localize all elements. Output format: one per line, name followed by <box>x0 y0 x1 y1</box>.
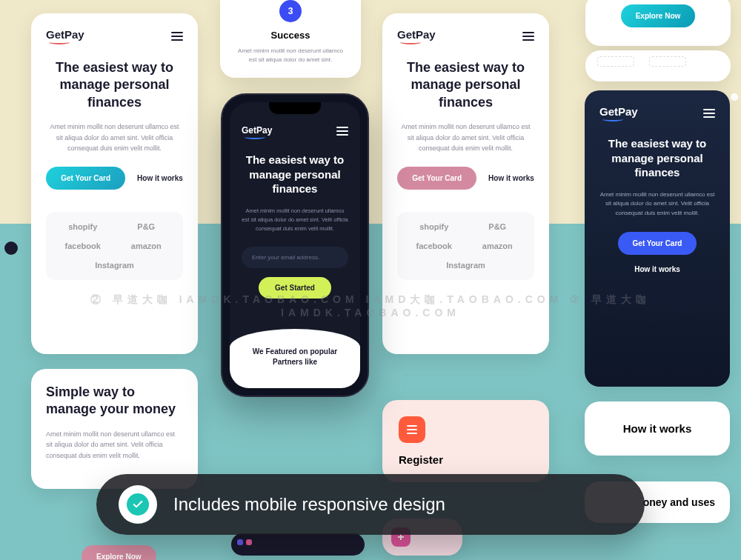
mobile-mock-dark: GetPay The easiest way to manage persona… <box>585 90 730 387</box>
hero-description: Amet minim mollit non deserunt ullamco e… <box>46 121 183 153</box>
logo: GetPay <box>397 28 436 44</box>
get-card-button[interactable]: Get Your Card <box>618 232 697 255</box>
decorative-dot <box>731 93 738 101</box>
hero-title: The easiest way to manage personal finan… <box>397 59 534 111</box>
phone-screen: GetPay The easiest way to manage persona… <box>230 102 360 388</box>
hero-title: The easiest way to manage personal finan… <box>599 136 715 180</box>
hero-description: Amet minim mollit non deserunt ullamco e… <box>599 190 715 219</box>
menu-icon[interactable] <box>522 32 534 41</box>
color-dot-icon <box>237 539 243 545</box>
logo: GetPay <box>242 123 272 139</box>
how-it-works-link[interactable]: How it works <box>488 174 534 182</box>
menu-icon[interactable] <box>171 32 183 41</box>
partner-logo: facebook <box>56 241 110 250</box>
partner-logo: amazon <box>471 241 525 250</box>
partner-logo: shopify <box>408 222 461 231</box>
partners-grid: shopify P&G facebook amazon Instagram <box>46 212 183 280</box>
how-it-works-link[interactable]: How it works <box>137 174 183 182</box>
partner-logo: facebook <box>408 241 461 250</box>
register-card: Register <box>382 400 549 482</box>
partner-logo: P&G <box>471 222 525 231</box>
partner-logo: amazon <box>120 241 173 250</box>
hero-title: The easiest way to manage personal finan… <box>46 59 183 111</box>
feature-banner: Includes mobile responsive design <box>96 474 645 535</box>
explore-now-button[interactable]: Explore Now <box>621 4 696 27</box>
email-input[interactable]: Enter your email address. <box>242 247 348 268</box>
dark-feature-card <box>231 533 365 556</box>
register-title: Register <box>399 453 533 466</box>
mobile-mock-cyan: GetPay The easiest way to manage persona… <box>31 13 198 354</box>
partner-logo: shopify <box>56 222 110 231</box>
banner-text: Includes mobile responsive design <box>173 494 445 515</box>
check-icon <box>127 493 149 516</box>
partner-logo: Instagram <box>56 261 173 270</box>
phone-wave-section: We Featured on popular Partners like <box>230 329 360 388</box>
success-description: Amet minim mollit non deserunt ullamco e… <box>233 47 348 64</box>
how-it-works-card: How it works <box>585 401 730 456</box>
explore-now-button[interactable]: Explore Now <box>82 545 156 560</box>
success-title: Success <box>233 30 348 41</box>
decorative-dot <box>4 241 18 255</box>
hero-description: Amet minim mollit non deserunt ullamco e… <box>242 207 348 233</box>
color-dot-icon <box>246 539 252 545</box>
partner-logo: P&G <box>120 222 173 231</box>
hero-description: Amet minim mollit non deserunt ullamco e… <box>397 121 534 153</box>
register-icon <box>399 416 425 443</box>
get-card-button[interactable]: Get Your Card <box>46 167 125 190</box>
skeleton-card <box>585 50 731 81</box>
hero-title: The easiest way to manage personal finan… <box>242 153 348 196</box>
phone-notch <box>269 102 321 114</box>
section-description: Amet minim mollit non deserunt ullamco e… <box>46 429 183 461</box>
phone-device-frame: GetPay The easiest way to manage persona… <box>221 93 369 397</box>
logo: GetPay <box>46 28 84 44</box>
partners-heading: We Featured on popular Partners like <box>240 347 350 367</box>
logo: GetPay <box>599 105 638 121</box>
mobile-mock-simple: Simple way to manage your money Amet min… <box>31 369 198 489</box>
success-step-card: 3 Success Amet minim mollit non deserunt… <box>220 0 361 78</box>
get-card-button[interactable]: Get Your Card <box>397 167 476 190</box>
mobile-mock-pink: GetPay The easiest way to manage persona… <box>382 13 549 354</box>
partner-logo: Instagram <box>408 261 524 270</box>
get-started-button[interactable]: Get Started <box>259 277 331 299</box>
skeleton-line <box>597 56 634 67</box>
check-badge <box>119 485 157 524</box>
step-number-badge: 3 <box>279 0 302 22</box>
how-it-works-link[interactable]: How it works <box>634 265 680 273</box>
section-title: Simple way to manage your money <box>46 384 183 419</box>
explore-card-top: Explore Now <box>585 0 731 46</box>
menu-icon[interactable] <box>336 127 348 136</box>
partners-grid: shopify P&G facebook amazon Instagram <box>397 212 534 280</box>
menu-icon[interactable] <box>703 109 715 118</box>
section-title: How it works <box>599 422 715 435</box>
skeleton-line <box>649 56 686 67</box>
